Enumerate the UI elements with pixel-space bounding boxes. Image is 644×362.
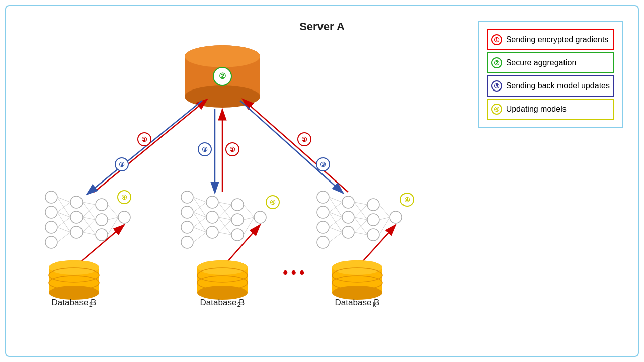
legend-text-4: Updating models — [506, 105, 567, 114]
svg-line-132 — [379, 217, 390, 220]
svg-line-80 — [218, 217, 231, 220]
svg-line-29 — [57, 227, 70, 232]
svg-line-71 — [193, 202, 206, 212]
svg-point-66 — [231, 214, 244, 226]
svg-line-130 — [354, 232, 367, 235]
svg-text:④: ④ — [404, 196, 410, 204]
svg-point-115 — [390, 211, 402, 223]
svg-line-133 — [379, 217, 390, 235]
svg-line-26 — [57, 212, 70, 217]
svg-point-110 — [342, 211, 354, 223]
legend-item-1: ① Sending encrypted gradients — [487, 29, 614, 50]
svg-point-68 — [254, 211, 266, 223]
svg-line-31 — [83, 202, 96, 205]
svg-point-22 — [118, 211, 130, 223]
svg-point-63 — [206, 211, 218, 223]
svg-line-86 — [244, 217, 254, 235]
svg-text:2: 2 — [237, 301, 240, 308]
svg-line-119 — [329, 212, 342, 217]
svg-line-131 — [379, 205, 390, 217]
svg-line-126 — [354, 205, 367, 217]
svg-line-129 — [354, 220, 367, 232]
legend-badge-4: ④ — [491, 104, 502, 115]
svg-line-72 — [193, 212, 206, 217]
main-diagram: Server A ① Sending encrypted gradients ②… — [5, 5, 639, 357]
svg-line-100 — [240, 101, 343, 193]
svg-point-105 — [317, 191, 329, 203]
svg-point-67 — [231, 229, 244, 241]
svg-point-13 — [45, 206, 57, 218]
svg-point-19 — [96, 199, 108, 211]
svg-point-47 — [49, 260, 99, 275]
svg-line-122 — [329, 227, 342, 232]
svg-line-84 — [244, 205, 254, 217]
svg-point-16 — [70, 196, 83, 208]
legend-badge-3: ③ — [491, 80, 502, 92]
svg-line-121 — [329, 217, 342, 227]
svg-text:③: ③ — [320, 161, 326, 168]
svg-line-118 — [329, 202, 342, 212]
svg-text:1: 1 — [89, 301, 92, 308]
svg-point-17 — [70, 211, 83, 223]
svg-point-14 — [45, 221, 57, 233]
svg-line-28 — [57, 217, 70, 227]
svg-text:①: ① — [301, 136, 307, 143]
svg-point-12 — [45, 191, 57, 203]
legend-text-2: Secure aggregation — [506, 58, 577, 67]
svg-point-15 — [45, 236, 57, 248]
svg-line-69 — [193, 197, 206, 202]
svg-point-111 — [342, 226, 354, 238]
legend-box: ① Sending encrypted gradients ② Secure a… — [478, 21, 623, 128]
svg-line-23 — [57, 197, 70, 202]
svg-line-6 — [94, 99, 207, 192]
svg-point-58 — [181, 191, 193, 203]
svg-line-85 — [244, 217, 254, 220]
svg-point-140 — [332, 260, 382, 275]
svg-point-59 — [181, 206, 193, 218]
svg-point-61 — [181, 236, 193, 248]
svg-point-114 — [367, 229, 379, 241]
svg-line-127 — [354, 217, 367, 220]
svg-line-33 — [83, 205, 96, 217]
svg-line-79 — [218, 205, 231, 217]
svg-point-108 — [317, 236, 329, 248]
svg-text:①: ① — [229, 146, 235, 153]
svg-text:④: ④ — [270, 199, 276, 206]
svg-line-38 — [108, 205, 118, 217]
svg-text:②: ② — [219, 72, 226, 80]
svg-line-75 — [193, 227, 206, 232]
svg-line-39 — [108, 217, 118, 220]
svg-line-30 — [57, 232, 70, 242]
diagram-svg: ② ① ③ — [16, 11, 429, 353]
svg-point-65 — [231, 199, 244, 211]
legend-text-1: Sending encrypted gradients — [506, 35, 609, 44]
svg-text:④: ④ — [121, 194, 127, 201]
svg-line-34 — [83, 217, 96, 220]
svg-point-62 — [206, 196, 218, 208]
legend-item-4: ④ Updating models — [487, 99, 614, 120]
svg-point-106 — [317, 206, 329, 218]
svg-point-64 — [206, 226, 218, 238]
svg-line-37 — [83, 232, 96, 235]
svg-line-83 — [218, 232, 231, 235]
svg-point-21 — [96, 229, 108, 241]
svg-line-116 — [329, 197, 342, 202]
svg-text:③: ③ — [119, 161, 125, 168]
svg-line-76 — [193, 232, 206, 242]
svg-point-3 — [185, 45, 260, 67]
legend-item-3: ③ Sending back model updates — [487, 75, 614, 97]
svg-point-112 — [367, 199, 379, 211]
svg-point-113 — [367, 214, 379, 226]
svg-line-123 — [329, 232, 342, 242]
legend-text-3: Sending back model updates — [506, 81, 610, 90]
svg-line-74 — [193, 217, 206, 227]
legend-badge-2: ② — [491, 57, 502, 68]
svg-text:③: ③ — [202, 146, 208, 153]
svg-text:①: ① — [141, 136, 147, 143]
svg-point-93 — [197, 260, 248, 275]
svg-point-109 — [342, 196, 354, 208]
legend-badge-1: ① — [491, 34, 502, 45]
legend-item-2: ② Secure aggregation — [487, 52, 614, 73]
svg-line-40 — [108, 217, 118, 235]
svg-line-77 — [218, 202, 231, 205]
